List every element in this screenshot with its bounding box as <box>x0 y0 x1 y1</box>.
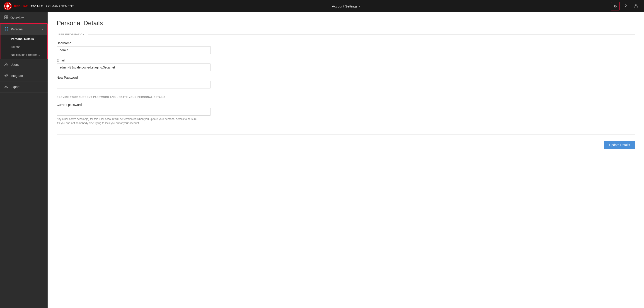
current-password-label: Current password <box>57 103 211 107</box>
current-password-section-label: PROVIDE YOUR CURRENT PASSWORD AND UPDATE… <box>57 96 165 98</box>
user-info-section-header: USER INFORMATION <box>57 33 635 36</box>
settings-icon-button[interactable]: ⚙ <box>611 2 620 11</box>
main-content: Personal Details USER INFORMATION Userna… <box>48 12 644 308</box>
users-chevron-icon: › <box>42 63 44 66</box>
export-icon <box>4 85 8 89</box>
sidebar-personal-section: Personal ▾ Personal Details Tokens Notif… <box>0 23 48 59</box>
sidebar-integrate-label: Integrate <box>10 74 40 78</box>
account-settings-dropdown[interactable]: Account Settings ▾ <box>332 4 360 8</box>
svg-rect-5 <box>6 16 8 17</box>
email-form-group: Email <box>57 59 211 71</box>
current-password-input[interactable] <box>57 108 211 116</box>
new-password-input[interactable] <box>57 81 211 89</box>
integrate-icon <box>4 74 8 78</box>
brand-name: RED HAT 3SCALE API MANAGEMENT <box>14 5 74 8</box>
gear-icon: ⚙ <box>614 4 617 9</box>
personal-icon <box>4 27 8 32</box>
brand-3scale: 3SCALE <box>30 5 43 8</box>
users-icon <box>4 62 8 67</box>
personal-chevron-icon: ▾ <box>42 28 43 31</box>
svg-point-14 <box>5 63 6 64</box>
svg-point-3 <box>635 4 637 6</box>
main-layout: Overview Personal ▾ <box>0 12 644 308</box>
sidebar: Overview Personal ▾ <box>0 12 48 308</box>
bottom-divider <box>57 134 635 135</box>
help-icon-button[interactable]: ? <box>621 2 630 11</box>
svg-point-2 <box>6 5 9 8</box>
sidebar-item-integrate[interactable]: Integrate › <box>0 70 48 81</box>
dropdown-arrow-icon: ▾ <box>359 5 360 8</box>
topnav-right-actions: ⚙ ? <box>611 2 640 11</box>
new-password-label: New Password <box>57 76 211 79</box>
sidebar-personal-label: Personal <box>11 28 40 31</box>
sidebar-item-personal[interactable]: Personal ▾ <box>0 24 47 35</box>
sidebar-overview-label: Overview <box>10 16 44 20</box>
sidebar-item-export[interactable]: Export <box>0 81 48 93</box>
personal-details-label: Personal Details <box>11 37 34 41</box>
svg-rect-13 <box>7 30 8 31</box>
integrate-chevron-icon: › <box>42 74 44 77</box>
section2-divider <box>169 97 635 97</box>
current-password-form-group: Current password Any other active sessio… <box>57 103 211 125</box>
sidebar-item-users[interactable]: Users › <box>0 59 48 70</box>
username-label: Username <box>57 41 211 45</box>
email-input[interactable] <box>57 64 211 71</box>
sidebar-item-personal-details[interactable]: Personal Details <box>0 35 47 43</box>
brand-logo: RED HAT 3SCALE API MANAGEMENT <box>4 2 74 10</box>
sidebar-item-notification-preferences[interactable]: Notification Preferen... <box>0 51 47 59</box>
svg-rect-7 <box>6 18 8 19</box>
sidebar-item-tokens[interactable]: Tokens <box>0 43 47 51</box>
brand-redhat: RED HAT <box>14 5 28 8</box>
svg-point-15 <box>6 75 7 76</box>
svg-rect-12 <box>5 30 6 31</box>
help-icon: ? <box>625 4 627 8</box>
sidebar-users-label: Users <box>10 63 40 67</box>
section1-divider <box>88 35 635 35</box>
current-password-section-header: PROVIDE YOUR CURRENT PASSWORD AND UPDATE… <box>57 96 635 98</box>
notification-pref-label: Notification Preferen... <box>11 53 40 57</box>
user-icon-button[interactable] <box>632 2 640 11</box>
email-label: Email <box>57 59 211 62</box>
personal-submenu: Personal Details Tokens Notification Pre… <box>0 35 47 59</box>
user-icon <box>634 4 638 9</box>
svg-rect-6 <box>4 18 6 19</box>
user-info-section-label: USER INFORMATION <box>57 33 84 36</box>
topnav-center: Account Settings ▾ <box>81 4 611 8</box>
svg-rect-8 <box>5 27 6 28</box>
svg-rect-11 <box>7 29 8 30</box>
sidebar-item-overview[interactable]: Overview <box>0 12 48 23</box>
new-password-form-group: New Password <box>57 76 211 89</box>
current-password-help-text: Any other active session(s) for this use… <box>57 117 197 125</box>
tokens-label: Tokens <box>11 45 20 49</box>
bottom-action-bar: Update Details <box>57 138 635 152</box>
overview-icon <box>4 16 8 20</box>
account-settings-label: Account Settings <box>332 4 358 8</box>
redhat-logo-icon <box>4 2 12 10</box>
svg-rect-10 <box>5 29 6 30</box>
sidebar-export-label: Export <box>10 85 44 89</box>
svg-rect-4 <box>4 16 6 17</box>
page-title: Personal Details <box>57 20 635 27</box>
top-navigation: RED HAT 3SCALE API MANAGEMENT Account Se… <box>0 0 644 12</box>
brand-subtitle: API MANAGEMENT <box>46 5 74 8</box>
username-input[interactable] <box>57 46 211 54</box>
svg-rect-9 <box>7 27 8 28</box>
username-form-group: Username <box>57 41 211 54</box>
update-details-button[interactable]: Update Details <box>604 141 635 149</box>
